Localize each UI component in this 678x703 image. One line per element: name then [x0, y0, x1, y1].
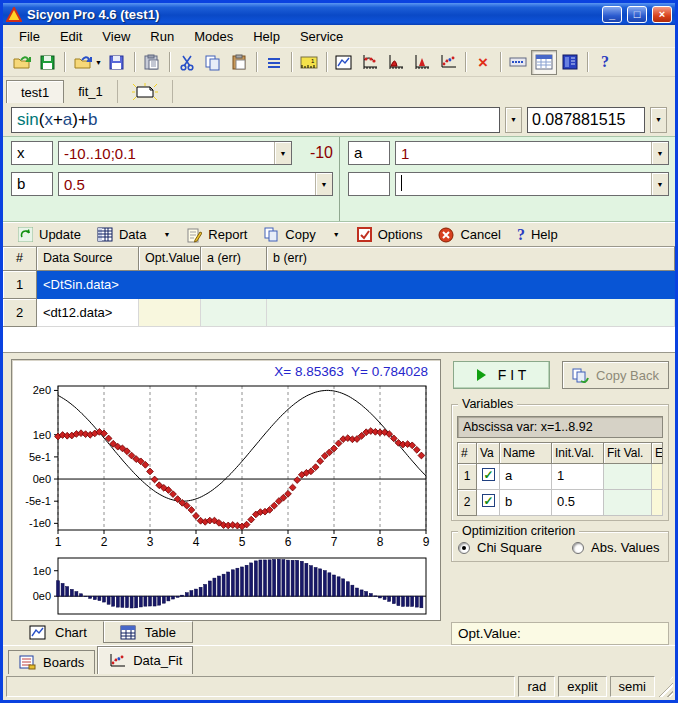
- radio-abs-values[interactable]: Abs. Values: [572, 540, 659, 555]
- var-a-error-cell[interactable]: [652, 464, 663, 490]
- menu-edit[interactable]: Edit: [50, 26, 92, 47]
- result-value[interactable]: 0.087881515: [527, 107, 645, 133]
- vcol-error[interactable]: Error: [652, 442, 663, 464]
- menu-help[interactable]: Help: [243, 26, 290, 47]
- residuals-chart[interactable]: 1e00e0: [14, 554, 434, 620]
- formula-input[interactable]: sin(x+a)+b: [11, 107, 500, 133]
- tab-data-fit[interactable]: Data_Fit: [97, 646, 193, 674]
- update-button[interactable]: Update: [11, 226, 88, 243]
- radio-chi-square[interactable]: Chi Square: [458, 540, 542, 555]
- copy-results-button[interactable]: Copy: [256, 226, 322, 243]
- sheet-tab-fit1[interactable]: fit_1: [64, 80, 118, 103]
- var-a-fit-cell[interactable]: [604, 464, 652, 490]
- col-header-aerr[interactable]: a (err): [201, 247, 267, 271]
- help-button[interactable]: ?: [592, 50, 618, 75]
- copy-dropdown[interactable]: ▼: [325, 231, 348, 238]
- b-err-cell[interactable]: [267, 271, 675, 299]
- vrow-number[interactable]: 2: [457, 490, 477, 516]
- chart-button[interactable]: [331, 50, 357, 75]
- row-number[interactable]: 1: [3, 271, 37, 299]
- tab-boards[interactable]: Boards: [8, 650, 95, 674]
- tab-table[interactable]: Table: [103, 621, 193, 643]
- vcol-name[interactable]: Name: [500, 442, 552, 464]
- data-source-cell[interactable]: <dt12.data>: [37, 299, 139, 327]
- new-sheet-tab[interactable]: [118, 80, 173, 103]
- measure-button[interactable]: 1: [296, 50, 322, 75]
- var-b-dropdown[interactable]: ▼: [315, 173, 332, 195]
- var-b-name-field[interactable]: b: [11, 172, 53, 196]
- checkbox-checked-icon[interactable]: ✓: [482, 468, 495, 481]
- col-header-berr[interactable]: b (err): [267, 247, 675, 271]
- status-angle-mode[interactable]: rad: [518, 676, 555, 697]
- var-a-value-combo[interactable]: 1 ▼: [395, 141, 669, 165]
- var-b-error-cell[interactable]: [652, 490, 663, 516]
- report-button[interactable]: Report: [180, 226, 254, 244]
- open-board-button[interactable]: [8, 50, 34, 75]
- save-sheet-button[interactable]: [104, 50, 130, 75]
- toggle-table-panel-button[interactable]: [531, 50, 557, 75]
- menu-view[interactable]: View: [92, 26, 140, 47]
- var-a-name-cell[interactable]: a: [500, 464, 552, 490]
- result-dropdown[interactable]: ▼: [650, 107, 667, 133]
- cut-button[interactable]: [174, 50, 200, 75]
- var-b-value-combo[interactable]: 0.5 ▼: [58, 172, 333, 196]
- main-fit-chart[interactable]: 2e01e05e-10e0-5e-1-1e0123456789: [14, 380, 434, 548]
- plot-peak-button[interactable]: [383, 50, 409, 75]
- options-button[interactable]: Options: [350, 226, 430, 243]
- opt-value-cell[interactable]: [139, 271, 201, 299]
- var-x-dropdown[interactable]: ▼: [274, 142, 291, 164]
- var-a-enabled-cell[interactable]: ✓: [477, 464, 500, 490]
- toggle-bar-button[interactable]: [505, 50, 531, 75]
- data-button[interactable]: Data: [90, 226, 153, 243]
- align-lines-button[interactable]: [261, 50, 287, 75]
- paste-special-button[interactable]: [139, 50, 165, 75]
- plot-area-button[interactable]: [409, 50, 435, 75]
- sheet-tab-test1[interactable]: test1: [6, 80, 64, 103]
- var-b-name-cell[interactable]: b: [500, 490, 552, 516]
- open-sheet-dropdown[interactable]: ▼: [95, 59, 102, 66]
- status-semi-mode[interactable]: semi: [610, 676, 655, 697]
- b-err-cell[interactable]: [267, 299, 675, 327]
- a-err-cell[interactable]: [201, 299, 267, 327]
- var-a-name-field[interactable]: a: [348, 141, 390, 165]
- minimize-button[interactable]: _: [602, 6, 622, 23]
- checkbox-checked-icon[interactable]: ✓: [482, 494, 495, 507]
- vcol-init[interactable]: Init.Val.: [552, 442, 604, 464]
- data-dropdown[interactable]: ▼: [155, 231, 178, 238]
- copy-button[interactable]: [200, 50, 226, 75]
- var-x-name-field[interactable]: x: [11, 141, 53, 165]
- var-a-dropdown[interactable]: ▼: [651, 142, 668, 164]
- var-a-init-cell[interactable]: 1: [552, 464, 604, 490]
- vcol-va[interactable]: Va: [477, 442, 500, 464]
- menu-file[interactable]: File: [9, 26, 50, 47]
- paste-button[interactable]: [226, 50, 252, 75]
- col-header-optvalue[interactable]: Opt.Value: [139, 247, 201, 271]
- menu-run[interactable]: Run: [140, 26, 184, 47]
- cancel-button[interactable]: Cancel: [431, 226, 507, 244]
- col-header-num[interactable]: #: [3, 247, 37, 271]
- data-source-cell[interactable]: <DtSin.data>: [37, 271, 139, 299]
- delete-button[interactable]: ×: [470, 50, 496, 75]
- copy-back-button[interactable]: Copy Back: [562, 361, 669, 389]
- maximize-button[interactable]: □: [627, 6, 647, 23]
- a-err-cell[interactable]: [201, 271, 267, 299]
- var-b-init-cell[interactable]: 0.5: [552, 490, 604, 516]
- col-header-source[interactable]: Data Source: [37, 247, 139, 271]
- fit-button[interactable]: F I T: [453, 361, 550, 389]
- fit-help-button[interactable]: ? Help: [510, 226, 565, 244]
- var-empty-value-combo[interactable]: ▼: [395, 172, 669, 196]
- row-number[interactable]: 2: [3, 299, 37, 327]
- var-empty-dropdown[interactable]: ▼: [651, 173, 668, 195]
- toggle-board-panel-button[interactable]: [557, 50, 583, 75]
- menu-service[interactable]: Service: [290, 26, 353, 47]
- vrow-number[interactable]: 1: [457, 464, 477, 490]
- scatter-fit-button[interactable]: [435, 50, 461, 75]
- opt-value-cell[interactable]: [139, 299, 201, 327]
- close-button[interactable]: ×: [652, 6, 672, 23]
- menu-modes[interactable]: Modes: [184, 26, 243, 47]
- var-b-enabled-cell[interactable]: ✓: [477, 490, 500, 516]
- vcol-fit[interactable]: Fit Val.: [604, 442, 652, 464]
- formula-dropdown[interactable]: ▼: [505, 107, 522, 133]
- open-sheet-button[interactable]: [69, 50, 95, 75]
- save-board-button[interactable]: [34, 50, 60, 75]
